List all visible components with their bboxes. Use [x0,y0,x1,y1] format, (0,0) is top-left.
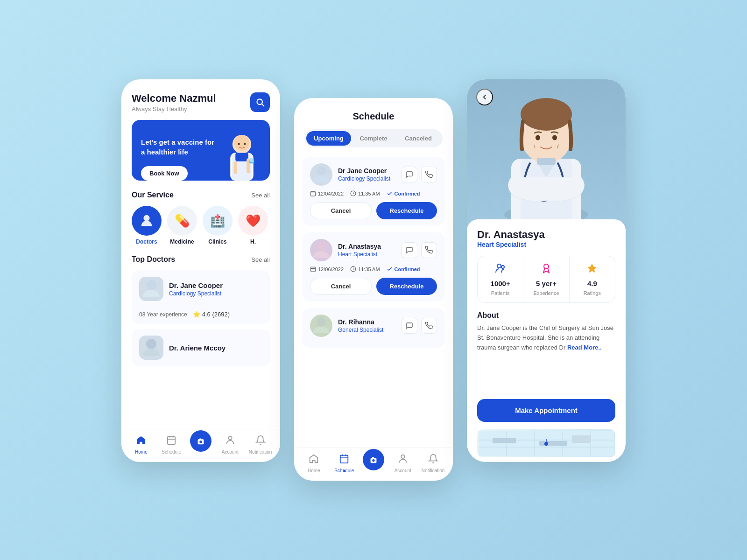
cancel-btn-1[interactable]: Cancel [310,278,372,295]
service-doctors-label: Doctors [136,238,157,245]
appt-message-btn-1[interactable] [402,242,417,258]
time-val-0: 11:35 AM [358,191,380,196]
doctor-info-1: Dr. Ariene Mccoy [169,344,226,352]
welcome-title: Welcome Nazmul [132,92,216,105]
service-medicine[interactable]: 💊 Medicine [167,206,197,245]
appt-doc-info-2: Dr. Rihanna General Specialist [338,318,383,333]
services-row: Doctors 💊 Medicine 🏥 Clinics ❤️ [132,206,270,245]
doctor-meta-0: 08 Year experience ⭐ 4.6 (2692) [139,306,262,318]
medicine-icon: 💊 [167,206,197,236]
schedule-icon [166,435,176,448]
nav2-notification[interactable]: Notification [422,454,445,473]
health-icon: ❤️ [238,206,268,236]
doctor-stats: 1000+ Patients 5 yer+ Experience 4.9 Rat… [477,256,615,303]
nav2-notification-label: Notification [422,468,444,473]
svg-point-33 [317,317,326,327]
nav2-home-icon [309,454,319,466]
doctor-card-0[interactable]: Dr. Jane Cooper Cardiology Specialist 08… [132,270,270,324]
top-doctors-section-header: Top Doctors See all [132,255,270,264]
tab-canceled[interactable]: Canceled [396,131,441,146]
status-val-1: Confirmed [395,266,420,272]
svg-marker-52 [587,264,597,273]
doctor-name-0: Dr. Jane Cooper [169,281,223,289]
nav2-schedule[interactable]: Schedule [332,454,356,473]
our-service-section-header: Our Service See all [132,191,270,199]
svg-point-27 [317,242,326,251]
svg-point-13 [143,215,149,221]
about-text: Dr. Jane Cooper is the Chif of Surgery a… [477,323,615,352]
appt-message-btn-2[interactable] [402,318,417,334]
make-appointment-button[interactable]: Make Appointment [477,399,615,422]
experience-label: Experience [533,290,559,296]
svg-rect-60 [493,438,516,443]
svg-point-38 [401,455,404,458]
appt-call-btn-0[interactable] [421,167,437,182]
appt-time-1: 11:35 AM [350,266,380,272]
nav-home[interactable]: Home [129,435,153,455]
service-doctors[interactable]: Doctors [132,206,162,245]
banner-doctor-image [218,125,265,181]
svg-point-12 [250,158,254,162]
appt-message-btn-0[interactable] [402,167,417,182]
doctor-profile-specialty: Heart Specialist [477,241,615,248]
svg-rect-34 [340,455,348,463]
appt-avatar-2 [310,315,332,337]
bottom-nav-schedule: Home Schedule Account [294,448,453,481]
nav-camera-button[interactable] [190,430,211,452]
nav-notification[interactable]: Notification [249,435,272,455]
appt-call-btn-2[interactable] [421,318,437,334]
service-health-label: H. [250,238,256,245]
account-icon [225,435,235,448]
our-service-see-all[interactable]: See all [251,192,270,199]
appt-status-0: Confirmed [387,190,420,196]
back-button[interactable] [476,89,493,105]
reschedule-btn-0[interactable]: Reschedule [376,202,437,219]
banner-text: Let's get a vaccine for a healthier life [141,137,216,162]
experience-value: 5 yer+ [536,280,557,287]
nav2-camera-button[interactable] [363,449,384,470]
about-title: About [477,311,615,320]
book-now-button[interactable]: Book Now [141,166,188,181]
nav-schedule[interactable]: Schedule [160,435,183,455]
status-val-0: Confirmed [395,191,420,196]
tab-complete[interactable]: Complete [351,131,396,146]
svg-line-1 [262,104,264,106]
nav2-account[interactable]: Account [391,454,415,473]
nav2-home[interactable]: Home [302,454,325,473]
svg-point-20 [228,436,232,440]
date-val-0: 12/04/2022 [318,191,344,196]
tab-upcoming[interactable]: Upcoming [306,131,351,146]
appt-actions-2 [402,318,437,334]
svg-rect-10 [247,158,250,173]
read-more-link[interactable]: Read More.. [567,344,602,351]
appt-time-0: 11:35 AM [350,190,380,196]
nav-account[interactable]: Account [218,435,242,455]
doctor-hero-image [486,84,607,229]
rating-value-0: 4.6 (2692) [202,311,230,318]
appt-call-btn-1[interactable] [421,242,437,258]
ratings-label: Ratings [584,290,601,296]
doctor-avatar-0 [139,277,163,301]
nav-home-label: Home [135,449,148,455]
appt-doc-row-2: Dr. Rihanna General Specialist [310,315,437,337]
service-clinics[interactable]: 🏥 Clinics [203,206,233,245]
doctor-card-top: Dr. Jane Cooper Cardiology Specialist [139,277,262,301]
nav-schedule-label: Schedule [162,449,181,455]
ratings-value: 4.9 [587,280,597,287]
service-health[interactable]: ❤️ H. [238,206,268,245]
appt-meta-1: 12/06/2022 11:35 AM Confirmed [310,266,437,272]
doctor-experience-0: 08 Year experience [139,311,187,318]
appt-meta-0: 12/04/2022 11:35 AM Confirmed [310,190,437,196]
reschedule-btn-1[interactable]: Reschedule [376,278,437,295]
svg-point-47 [552,135,557,140]
stat-patients: 1000+ Patients [478,256,523,302]
appt-doc-spec-1: Heart Specialist [338,251,381,258]
doctor-card-1[interactable]: Dr. Ariene Mccoy [132,329,270,366]
appt-actions-0 [402,167,437,182]
cancel-btn-0[interactable]: Cancel [310,202,372,219]
svg-point-50 [501,266,504,268]
service-medicine-label: Medicine [170,238,194,245]
appt-buttons-0: Cancel Reschedule [310,202,437,219]
search-button[interactable] [250,92,270,112]
top-doctors-see-all[interactable]: See all [251,256,270,263]
